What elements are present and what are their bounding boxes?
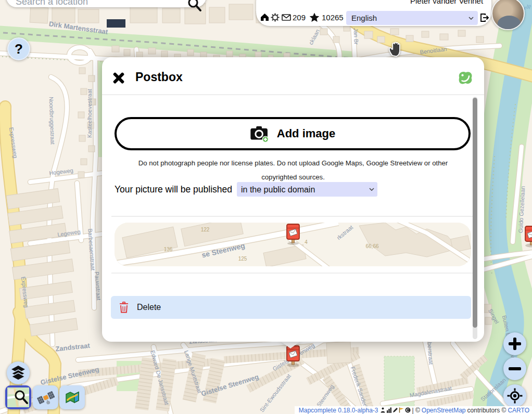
license-row: Your picture will be published in the pu… (115, 182, 232, 197)
geolocate-button[interactable] (503, 384, 526, 407)
flag-icon (399, 407, 404, 413)
license-select[interactable]: in the public domain (237, 182, 377, 197)
language-select[interactable]: English (346, 11, 478, 25)
edit-pencil-icon (392, 407, 398, 413)
contributor-person-icon (380, 407, 386, 413)
osm-map-icon (7, 387, 29, 407)
app-version-link[interactable]: Mapcomplete 0.18.0-alpha-3 (299, 407, 378, 414)
close-icon[interactable] (111, 71, 126, 85)
search-bar[interactable] (6, 0, 206, 7)
attribution-icons (380, 407, 411, 413)
scrollbar-thumb[interactable] (473, 98, 477, 328)
housenumber: 125 (238, 256, 247, 262)
street-label: cklaan (308, 28, 321, 46)
housenumber: 66;66 (365, 243, 378, 249)
messages-envelope-icon[interactable] (282, 14, 291, 21)
changeset-count: 10265 (322, 13, 344, 22)
background-osm-button[interactable] (5, 385, 31, 409)
folded-map-icon (64, 390, 81, 405)
camera-plus-icon (250, 125, 270, 143)
username[interactable]: Pieter vander Vennet (410, 0, 496, 5)
zoom-out-button[interactable] (503, 357, 526, 380)
street-label: Kasteelhoevestraat (86, 89, 93, 138)
divider (102, 94, 484, 95)
statistics-chart-icon (386, 407, 392, 413)
street-label: Zandstraat (55, 342, 91, 353)
background-carto-button[interactable] (59, 385, 85, 409)
image-upload-notice: Do not photograph people nor license pla… (121, 156, 465, 184)
license-prefix: Your picture will be published (115, 184, 232, 195)
street-label: Steenweg (315, 383, 335, 408)
zoom-in-button[interactable] (503, 332, 526, 355)
divider (111, 273, 473, 274)
street-label: Jan Br (352, 28, 359, 45)
layers-icon (11, 365, 26, 381)
theme-logo-icon (456, 69, 474, 87)
add-image-button[interactable]: Add image (115, 117, 471, 150)
divider (111, 216, 473, 217)
background-satellite-button[interactable] (33, 385, 58, 409)
changeset-star-icon (309, 12, 320, 22)
delete-label: Delete (137, 303, 161, 312)
message-count: 209 (293, 13, 306, 22)
crosshair-locate-icon (507, 388, 523, 404)
osm-link[interactable]: OpenStreetMap (422, 407, 466, 414)
search-input[interactable] (16, 0, 172, 6)
search-icon[interactable] (187, 0, 202, 12)
home-icon[interactable] (260, 12, 270, 22)
location-minimap[interactable]: se Steenweg rkstraat 122 136 125 4 66;66 (115, 223, 471, 266)
settings-gear-icon[interactable] (271, 13, 280, 22)
attribution-separator: | © (412, 407, 420, 414)
satellite-icon (37, 389, 55, 406)
attribution-text: contributors © (467, 407, 506, 414)
dialog-pointer (280, 341, 301, 348)
delete-button[interactable]: Delete (111, 296, 471, 319)
housenumber: 4 (305, 239, 308, 245)
help-button[interactable]: ? (7, 37, 30, 60)
housenumber: 122 (201, 227, 210, 232)
trash-icon (119, 302, 129, 313)
attribution-bar: Mapcomplete 0.18.0-alpha-3 | © OpenStree… (295, 406, 532, 414)
logout-icon[interactable] (479, 13, 489, 22)
housenumber: 136 (164, 247, 173, 252)
postbox-dialog: Postbox Add image Do not photograph peop… (102, 57, 484, 342)
add-image-label: Add image (277, 127, 335, 140)
postbox-marker[interactable] (525, 226, 532, 248)
license-circle-icon (405, 407, 411, 413)
scrollbar[interactable] (473, 97, 477, 339)
street-label: Noordbruggestraat (48, 97, 56, 145)
mapcomplete-app: Dirk Martensstraat Noordbruggestraat Kas… (0, 0, 532, 414)
layers-button[interactable] (7, 361, 30, 384)
dialog-title: Postbox (135, 70, 183, 84)
carto-link[interactable]: CARTO (508, 407, 529, 414)
